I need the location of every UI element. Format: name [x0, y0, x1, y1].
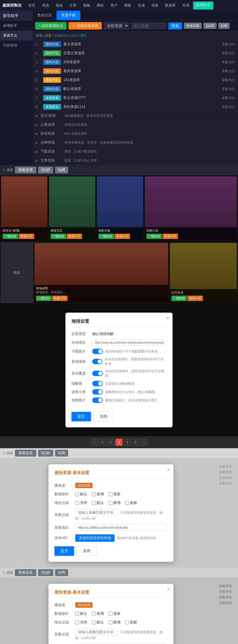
resource-1-close[interactable]: 关闭: [76, 546, 97, 556]
site-btn-4[interactable]: 站网: [55, 569, 68, 576]
poster-modal-close[interactable]: ×: [166, 316, 169, 321]
toolbar: + 添加资源站点 ☆ 搜索采集来源 全部资源 搜索 按采设置 QQ群 站网: [33, 20, 238, 32]
site-btn-3[interactable]: 站网: [55, 450, 68, 457]
resource-modal-2-close[interactable]: ×: [167, 587, 170, 592]
toggle-overwrite[interactable]: [92, 371, 103, 376]
poster-close-btn[interactable]: 关闭: [93, 412, 114, 421]
sidebar-item-resource[interactable]: 资源节点: [0, 31, 33, 41]
btn-qq[interactable]: QQ群: [203, 23, 217, 29]
card-btn-add-4[interactable]: 一键添加: [146, 234, 162, 239]
row-name-4: 最快资源库: [63, 69, 222, 74]
toggle-auto-poster[interactable]: [92, 359, 102, 364]
collect-btn-7[interactable]: 采集当次: [222, 96, 235, 100]
auto-url-input[interactable]: [92, 339, 167, 346]
tag-8: 本地添加: [43, 104, 61, 110]
nav-assistant[interactable]: 新导助手: [193, 1, 213, 10]
card-btn-small-3[interactable]: 安装小节: [115, 234, 130, 239]
row-name-2: 百度云资源库: [63, 51, 222, 56]
nav-user[interactable]: 用户: [107, 2, 120, 9]
page-4[interactable]: 4: [124, 439, 131, 446]
setting-type-value: 确认海报地解: [92, 331, 167, 336]
page-2[interactable]: 2: [107, 439, 114, 446]
sidebar-item-add[interactable]: 为你添加: [0, 41, 33, 50]
card-btn-small-5[interactable]: 安装小节: [52, 296, 68, 301]
qq-btn-4[interactable]: QQ群: [38, 569, 53, 576]
category-row-5[interactable]: ▶ 下载资源 资源，主地下载资源区: [33, 147, 238, 156]
nav-database[interactable]: 数据库: [162, 2, 179, 9]
search-setting-btn-3[interactable]: 搜索设置: [15, 450, 36, 457]
sidebar-item-new[interactable]: 新增助手: [0, 21, 33, 31]
resource-modal-1-close[interactable]: ×: [167, 467, 170, 473]
card-btn-small-2[interactable]: 安装小节: [67, 234, 82, 239]
settings-row-player: 播放器 zkm0u8: [54, 483, 167, 488]
page-5[interactable]: 5: [132, 439, 139, 446]
collect-btn-5[interactable]: 采集当次: [222, 78, 235, 82]
player-tag-1: zkm0u8: [75, 483, 93, 488]
nav-generate[interactable]: 生成: [135, 2, 148, 9]
toggle-download[interactable]: [92, 349, 103, 354]
nav-website[interactable]: 网站: [94, 2, 107, 9]
collect-filter-input-2[interactable]: [75, 629, 117, 636]
collect-btn-2[interactable]: 采集当次: [222, 51, 235, 55]
nav-app[interactable]: 应用: [179, 2, 192, 9]
search-input[interactable]: [131, 22, 167, 29]
tab-resource-manual[interactable]: 资源手册: [57, 11, 80, 20]
btn-collect-source[interactable]: ☆ 搜索采集来源: [68, 22, 101, 30]
qq-btn-2[interactable]: QQ群: [38, 167, 53, 173]
nav-collect[interactable]: 采集: [148, 2, 162, 9]
page-3[interactable]: 3: [115, 439, 123, 446]
collect-btn-1[interactable]: 采集当次: [222, 42, 235, 46]
collect-btn-6[interactable]: 采集当次: [222, 87, 235, 91]
nav-home[interactable]: 首页: [25, 2, 38, 9]
site-btn-2[interactable]: 站网: [55, 167, 68, 173]
category-row-2[interactable]: ▶ 云播资源 后端启动资源库: [33, 120, 238, 129]
card-btn-small-1[interactable]: 安装小节: [19, 234, 34, 239]
card-btn-add-3[interactable]: 一键添加: [98, 234, 114, 239]
nav-system[interactable]: 系统: [39, 2, 52, 9]
category-row-4[interactable]: ▶ 全网资源 采用全网资源，歌音乐，此处搜索提供供到资源: [33, 138, 238, 147]
collect-btn-4[interactable]: 采集当次: [222, 69, 235, 73]
btn-collect-setting[interactable]: 按采设置: [184, 23, 202, 29]
collect-filter-input-1[interactable]: [75, 509, 117, 516]
nav-basic[interactable]: 基础: [53, 2, 66, 9]
logo: 超级控制台: [2, 3, 22, 8]
qq-btn-3[interactable]: QQ群: [38, 450, 53, 457]
card-btn-add-2[interactable]: 一键添加: [51, 234, 66, 239]
btn-site[interactable]: 站网: [218, 23, 230, 29]
nav-template[interactable]: 模版: [121, 2, 134, 9]
card-btn-small-4[interactable]: 安装小节: [162, 234, 178, 239]
tag-2: 国内节品: [43, 50, 61, 56]
category-row-6[interactable]: ▶ 文章资源 新闻，弘发乐色心文章: [33, 156, 238, 165]
btn-add-site[interactable]: + 添加资源站点: [35, 22, 67, 30]
nav-video[interactable]: 视频: [80, 2, 93, 9]
search-setting-btn-4[interactable]: 搜索设置: [15, 569, 36, 576]
tab-data-page[interactable]: 数据页面: [33, 11, 57, 20]
toggle-delete-img[interactable]: [92, 398, 103, 403]
filter-select[interactable]: 全部资源: [104, 22, 129, 30]
page-1[interactable]: 1: [99, 439, 106, 446]
collect-btn-8[interactable]: 采集当次: [222, 105, 235, 109]
collect-url-input-1[interactable]: [75, 524, 167, 531]
page-prev[interactable]: ‹: [90, 439, 98, 446]
card-btn-add-6[interactable]: 一键添加: [171, 296, 187, 301]
modal-row-small-cat: 设置小类 缩略图放在什么地方，默认/缩略图: [71, 389, 167, 395]
add-api-btn-1[interactable]: 添加到资源库到本地: [75, 534, 115, 542]
category-row-3[interactable]: ▶ 彩色资源 ikdu·在插资源区: [33, 129, 238, 138]
card-btn-add-5[interactable]: 一键添加: [36, 296, 51, 301]
cat-detail-4: 采用全网资源，歌音乐，此处搜索提供供到资源: [64, 140, 133, 145]
search-setting-btn[interactable]: 搜索设置: [15, 167, 36, 173]
category-row-1[interactable]: ▶ 切片/资源 ioku插播资源，参享乐享买您资源: [33, 111, 238, 120]
card-btn-add-1[interactable]: 一键添加: [3, 234, 18, 239]
collect-btn-3[interactable]: 采集当次: [222, 60, 235, 64]
toggle-small-cat[interactable]: [92, 389, 103, 395]
resource-modal-2-container: 最快资源-基本设置 × 播放器 zkm3u8 数据操作 默认 新增 更新 地址过…: [0, 578, 238, 644]
poster-submit-btn[interactable]: 提交: [71, 412, 91, 421]
card-btn-small-6[interactable]: 安装小节: [187, 296, 203, 301]
toggle-thumbnail[interactable]: [92, 381, 103, 386]
left-sidebar: 新导助手 新增助手 资源节点 为你添加: [0, 11, 33, 165]
search-button[interactable]: 搜索: [168, 22, 182, 30]
nav-article[interactable]: 文章: [66, 2, 79, 9]
resource-1-submit[interactable]: 提交: [54, 546, 74, 556]
page-next[interactable]: ›: [140, 439, 148, 446]
resource-modal-2: 最快资源-基本设置 × 播放器 zkm3u8 数据操作 默认 新增 更新 地址过…: [48, 584, 173, 644]
